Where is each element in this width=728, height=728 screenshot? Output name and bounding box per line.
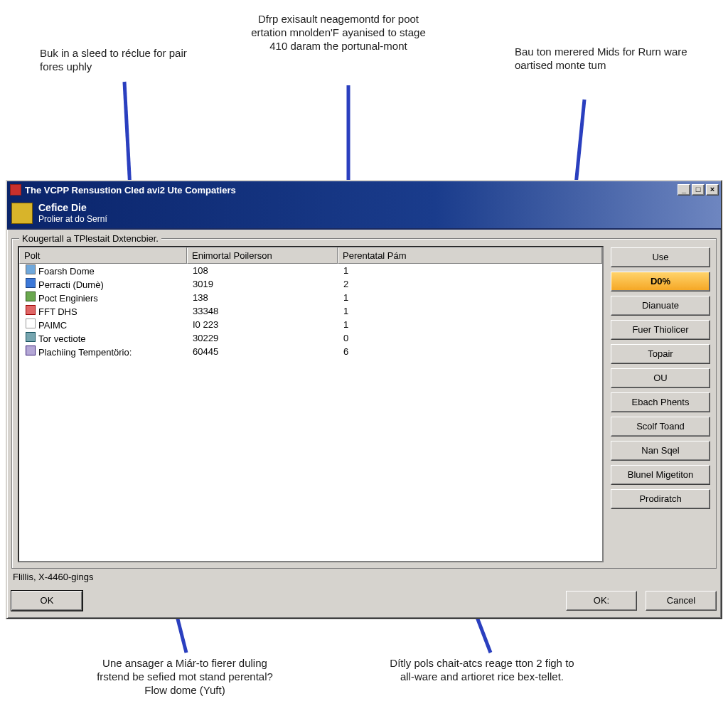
cell-value1: 138: [188, 292, 339, 303]
callout-top-right: Bau ton merered Mids for Rurn ware oarti…: [515, 46, 700, 73]
side-button-blunel-migetiton[interactable]: Blunel Migetiton: [611, 465, 710, 485]
callout-top-middle: Dfrp exisault neagemontd for poot ertati…: [246, 13, 431, 53]
subheader-line2: Prolier at do Serní: [38, 214, 107, 224]
listview[interactable]: Polt Enimortal Poilerson Perentatal Pám …: [18, 246, 604, 562]
table-row[interactable]: FFT DHS333481: [19, 304, 602, 318]
row-icon: [26, 318, 36, 328]
minimize-button[interactable]: _: [678, 184, 690, 196]
cell-name: Poct Enginiers: [21, 291, 188, 304]
side-button-fuer-thiolicer[interactable]: Fuer Thiolicer: [611, 320, 710, 340]
cell-name: Plachiing Tempentörio:: [21, 346, 188, 358]
callout-bottom-right: Dítly pols chait-atcs reage tton 2 figh …: [390, 657, 574, 684]
table-row[interactable]: PAIMCI0 2231: [19, 318, 602, 331]
column-header-0[interactable]: Polt: [19, 247, 187, 264]
cell-name-text: Perracti (Dumè): [38, 279, 104, 290]
cell-name-text: Plachiing Tempentörio:: [38, 347, 132, 358]
side-button-nan-sqel[interactable]: Nan Sqel: [611, 441, 710, 461]
callout-bottom-left: Une ansager a Miár-to fierer duling frst…: [92, 657, 277, 697]
row-icon: [26, 264, 36, 274]
cell-value1: 3019: [188, 279, 339, 289]
cell-name: Foarsh Dome: [21, 264, 188, 277]
table-row[interactable]: Plachiing Tempentörio:604456: [19, 345, 602, 358]
table-row[interactable]: Tor vectiote302290: [19, 331, 602, 345]
row-icon: [26, 305, 36, 315]
cell-name: FFT DHS: [21, 305, 188, 317]
cell-name-text: FFT DHS: [38, 306, 77, 317]
cancel-button[interactable]: Cancel: [646, 591, 717, 611]
row-icon: [26, 278, 36, 288]
groupbox: Kougertall a TPlestait Dxtencbier. Polt …: [11, 238, 717, 569]
cell-name-text: Foarsh Dome: [38, 266, 95, 277]
cell-name: PAIMC: [21, 318, 188, 331]
cell-value2: 1: [339, 306, 602, 316]
table-row[interactable]: Perracti (Dumè)30192: [19, 277, 602, 291]
subheader-line1: Cefice Die: [38, 202, 107, 214]
dialog-buttons: OK OK: Cancel: [11, 591, 717, 611]
cell-value2: 0: [339, 333, 602, 343]
side-button-dianuate[interactable]: Dianuate: [611, 296, 710, 316]
cell-value1: I0 223: [188, 319, 339, 330]
maximize-button[interactable]: □: [692, 184, 705, 196]
listview-header[interactable]: Polt Enimortal Poilerson Perentatal Pám: [19, 247, 602, 264]
cell-value2: 1: [339, 292, 602, 303]
column-header-2[interactable]: Perentatal Pám: [338, 247, 602, 264]
ok-button-right[interactable]: OK:: [566, 591, 637, 611]
ok-button-left[interactable]: OK: [11, 591, 82, 611]
callout-top-left: Buk in a sleed to réclue for pair fores …: [40, 47, 203, 74]
side-button-d0-[interactable]: D0%: [611, 272, 710, 291]
row-icon: [26, 346, 36, 355]
column-header-1[interactable]: Enimortal Poilerson: [187, 247, 338, 264]
app-icon: [10, 184, 21, 196]
cell-name-text: PAIMC: [38, 320, 67, 331]
row-icon: [26, 332, 36, 342]
cell-name: Tor vectiote: [21, 332, 188, 344]
listview-body[interactable]: Foarsh Dome1081Perracti (Dumè)30192Poct …: [19, 264, 602, 561]
cell-name-text: Tor vectiote: [38, 333, 85, 344]
table-row[interactable]: Poct Enginiers1381: [19, 291, 602, 304]
status-text: Flillis, X-4460-gings: [11, 569, 717, 582]
row-icon: [26, 291, 36, 301]
side-button-ou[interactable]: OU: [611, 368, 710, 388]
cell-value2: 1: [339, 265, 602, 276]
close-button[interactable]: ×: [706, 184, 719, 196]
button-column: UseD0%DianuateFuer ThiolicerTopairOUEbac…: [611, 246, 710, 562]
dialog-window: The VCPP Rensustion Cled avi2 Ute Compat…: [6, 180, 722, 619]
side-button-use[interactable]: Use: [611, 247, 710, 267]
cell-value1: 30229: [188, 333, 339, 343]
table-row[interactable]: Foarsh Dome1081: [19, 264, 602, 277]
cell-value1: 60445: [188, 346, 339, 357]
cell-name-text: Poct Enginiers: [38, 293, 98, 304]
titlebar[interactable]: The VCPP Rensustion Cled avi2 Ute Compat…: [7, 181, 721, 198]
cell-name: Perracti (Dumè): [21, 278, 188, 290]
side-button-ebach-phents[interactable]: Ebach Phents: [611, 392, 710, 412]
cell-value2: 2: [339, 279, 602, 289]
cell-value2: 1: [339, 319, 602, 330]
cell-value2: 6: [339, 346, 602, 357]
package-icon: [11, 203, 33, 224]
window-title: The VCPP Rensustion Cled avi2 Ute Compat…: [25, 185, 676, 196]
subheader: Cefice Die Prolier at do Serní: [7, 198, 721, 230]
cell-value1: 33348: [188, 306, 339, 316]
cell-value1: 108: [188, 265, 339, 276]
side-button-topair[interactable]: Topair: [611, 344, 710, 364]
side-button-prodiratch[interactable]: Prodiratch: [611, 489, 710, 509]
side-button-scolf-toand[interactable]: Scolf Toand: [611, 417, 710, 437]
groupbox-legend: Kougertall a TPlestait Dxtencbier.: [19, 233, 161, 244]
